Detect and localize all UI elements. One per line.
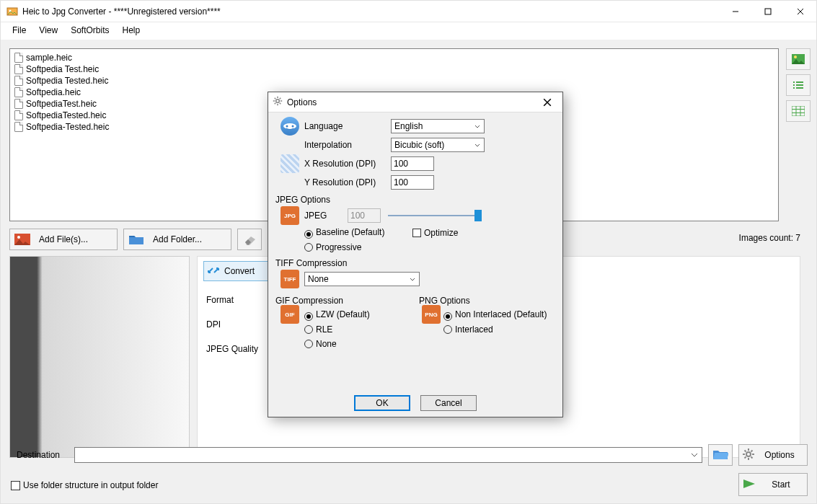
jpeg-progressive-radio[interactable] (304, 243, 313, 252)
xres-input[interactable]: 100 (391, 156, 434, 171)
interpolation-label: Interpolation (304, 140, 391, 150)
titlebar: Heic to Jpg Converter - ****Unregistered… (1, 1, 816, 22)
menu-view[interactable]: View (33, 24, 63, 37)
jpeg-quality-input[interactable]: 100 (348, 208, 381, 223)
chevron-down-icon (472, 125, 482, 128)
tab-dpi[interactable]: DPI (203, 314, 275, 335)
svg-rect-5 (792, 106, 805, 116)
images-count: Images count: 7 (739, 233, 800, 243)
chevron-down-icon (472, 143, 482, 147)
gear-icon (742, 448, 755, 463)
jpeg-section-label: JPEG Options (275, 195, 555, 205)
menu-help[interactable]: Help (117, 24, 146, 37)
svg-point-11 (286, 125, 288, 128)
image-preview (9, 256, 190, 458)
gif-rle-radio[interactable] (304, 325, 313, 334)
svg-point-9 (276, 100, 280, 103)
gif-section-label: GIF Compression (275, 296, 412, 306)
use-folder-structure-checkbox[interactable] (11, 481, 20, 490)
jpeg-quality-slider[interactable] (388, 208, 482, 223)
start-button[interactable]: Start (738, 473, 808, 496)
svg-rect-2 (765, 9, 771, 14)
tiff-icon: TIFF (281, 270, 299, 288)
folder-icon (124, 229, 149, 249)
gif-none-radio[interactable] (304, 340, 313, 348)
remove-button[interactable] (237, 229, 262, 250)
yres-label: Y Resolution (DPI) (304, 177, 391, 187)
png-section-label: PNG Options (419, 296, 555, 306)
jpeg-icon: JPG (281, 206, 299, 225)
file-icon (14, 87, 23, 97)
picture-icon (10, 229, 35, 249)
jpeg-optimize-checkbox[interactable] (412, 229, 421, 237)
svg-point-8 (746, 452, 751, 456)
tiff-compression-select[interactable]: None (304, 272, 420, 286)
jpeg-label: JPEG (304, 211, 348, 221)
cancel-button[interactable]: Cancel (420, 395, 477, 411)
view-list-button[interactable] (786, 74, 811, 96)
list-item[interactable]: Softpedia Test.heic (14, 63, 774, 75)
svg-point-10 (283, 123, 296, 129)
chevron-down-icon (407, 278, 418, 281)
file-icon (14, 64, 23, 74)
window-title: Heic to Jpg Converter - ****Unregistered… (22, 6, 221, 17)
tab-convert[interactable]: Convert (203, 261, 275, 281)
tab-format[interactable]: Format (203, 290, 275, 310)
menu-softorbits[interactable]: SoftOrbits (65, 24, 115, 37)
folder-open-icon (712, 448, 728, 462)
file-icon (14, 110, 23, 120)
maximize-button[interactable] (751, 1, 784, 22)
png-noninterlaced-radio[interactable] (443, 312, 452, 321)
gif-icon: GIF (281, 305, 299, 324)
gif-lzw-radio[interactable] (304, 312, 313, 321)
file-icon (14, 122, 23, 132)
xres-label: X Resolution (DPI) (304, 159, 391, 169)
dialog-title: Options (287, 97, 317, 107)
play-icon (742, 478, 756, 492)
minimize-button[interactable] (719, 1, 751, 22)
convert-icon (207, 264, 220, 279)
eraser-icon (238, 229, 261, 249)
dialog-close-button[interactable] (536, 94, 558, 111)
file-icon (14, 99, 23, 109)
png-icon: PNG (422, 305, 441, 324)
close-button[interactable] (784, 1, 816, 22)
options-button[interactable]: Options (738, 444, 808, 466)
view-thumbnails-button[interactable] (786, 48, 811, 70)
chevron-down-icon (689, 449, 700, 461)
interpolation-select[interactable]: Bicubic (soft) (391, 138, 485, 152)
app-icon (6, 6, 18, 17)
svg-point-7 (17, 236, 20, 239)
add-files-button[interactable]: Add File(s)... (9, 229, 118, 250)
options-dialog: Options Language English Interpolation (268, 92, 563, 417)
resolution-icon (281, 154, 299, 173)
jpeg-baseline-radio[interactable] (304, 230, 313, 239)
list-item[interactable]: Softpedia Tested.heic (14, 75, 774, 87)
destination-label: Destination (17, 450, 69, 460)
file-icon (14, 53, 23, 63)
svg-point-4 (794, 56, 797, 58)
add-folder-button[interactable]: Add Folder... (123, 229, 231, 250)
tiff-section-label: TIFF Compression (275, 258, 555, 268)
png-interlaced-radio[interactable] (443, 325, 452, 334)
menubar: File View SoftOrbits Help (1, 22, 816, 38)
language-icon (281, 117, 299, 136)
browse-destination-button[interactable] (708, 444, 733, 466)
file-icon (14, 76, 23, 86)
tab-jpeg-quality[interactable]: JPEG Quality (203, 339, 275, 359)
gear-icon (273, 96, 283, 108)
svg-point-12 (292, 125, 294, 128)
language-select[interactable]: English (391, 119, 485, 133)
yres-input[interactable]: 100 (391, 175, 434, 190)
language-label: Language (304, 121, 391, 131)
destination-combo[interactable] (74, 447, 702, 463)
use-folder-structure-label: Use folder structure in output folder (23, 480, 158, 490)
menu-file[interactable]: File (6, 24, 32, 37)
list-item[interactable]: sample.heic (14, 52, 774, 63)
view-grid-button[interactable] (786, 100, 811, 122)
ok-button[interactable]: OK (354, 395, 410, 411)
